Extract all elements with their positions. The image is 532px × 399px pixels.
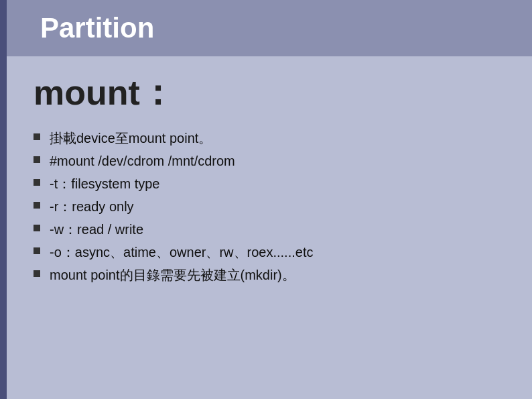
slide-container: Partition mount： 掛載device至mount point。#m… <box>0 0 532 399</box>
section-title: mount： <box>34 70 505 117</box>
bullet-icon <box>34 156 40 163</box>
bullet-text: mount point的目錄需要先被建立(mkdir)。 <box>50 266 505 284</box>
header: Partition <box>0 0 532 56</box>
bullet-item: -t：filesystem type <box>34 174 505 193</box>
content-accent-bar <box>0 56 7 399</box>
bullet-text: -w：read / write <box>50 220 505 239</box>
bullet-item: 掛載device至mount point。 <box>34 129 505 148</box>
bullet-text: -o：async、atime、owner、rw、roex......etc <box>50 243 505 262</box>
bullet-list: 掛載device至mount point。#mount /dev/cdrom /… <box>34 129 505 288</box>
main-content: mount： 掛載device至mount point。#mount /dev/… <box>0 56 532 399</box>
bullet-text: -t：filesystem type <box>50 174 505 193</box>
slide-title: Partition <box>40 12 154 44</box>
bullet-icon <box>34 247 40 254</box>
bullet-text: -r：ready only <box>50 197 505 216</box>
bullet-text: #mount /dev/cdrom /mnt/cdrom <box>50 152 505 170</box>
bullet-item: -o：async、atime、owner、rw、roex......etc <box>34 243 505 262</box>
bullet-icon <box>34 179 40 186</box>
bullet-icon <box>34 133 40 140</box>
bullet-item: mount point的目錄需要先被建立(mkdir)。 <box>34 266 505 284</box>
bullet-icon <box>34 225 40 231</box>
bullet-item: -w：read / write <box>34 220 505 239</box>
bullet-item: -r：ready only <box>34 197 505 216</box>
bullet-item: #mount /dev/cdrom /mnt/cdrom <box>34 152 505 170</box>
bullet-icon <box>34 202 40 209</box>
bullet-icon <box>34 270 40 277</box>
bullet-text: 掛載device至mount point。 <box>50 129 505 148</box>
header-accent-bar <box>0 0 7 56</box>
